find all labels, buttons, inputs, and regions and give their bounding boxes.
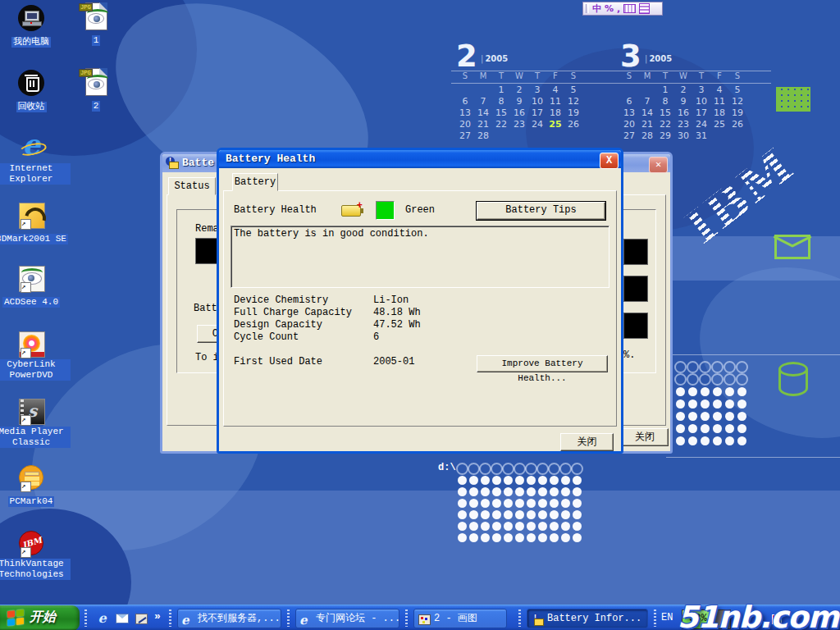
dot xyxy=(561,476,570,485)
thinkvantage-icon xyxy=(17,529,45,557)
dot xyxy=(701,412,710,421)
dot xyxy=(492,476,501,485)
close-window-button[interactable]: ✕ xyxy=(649,157,668,173)
dot xyxy=(699,361,711,373)
calendar-day: 16 xyxy=(510,107,528,119)
desktop-icon-acdsee[interactable]: ACDSee 4.0 xyxy=(0,264,71,308)
desktop-icon-media-player-classic[interactable]: Media Player Classic xyxy=(0,397,71,449)
calendar-day: 27 xyxy=(620,130,638,142)
quicklaunch-internet-explorer-icon[interactable]: e xyxy=(95,611,109,625)
ime-language-bar[interactable]: 中 % , xyxy=(582,2,663,16)
dot xyxy=(573,510,582,519)
taskbar-button-forum[interactable]: e 专门网论坛 - ... xyxy=(295,609,399,628)
ime-punctuation-icon[interactable]: , xyxy=(617,2,620,15)
taskbar-button-battery-information[interactable]: ! Battery Infor... xyxy=(527,609,648,628)
health-status-text: Green xyxy=(405,204,435,216)
icon-label: ACDSee 4.0 xyxy=(2,297,60,308)
envelope-icon xyxy=(774,235,810,259)
desktop-icon-powerdvd[interactable]: CyberLink PowerDVD xyxy=(0,330,71,381)
close-dialog-button[interactable]: X xyxy=(600,153,619,169)
calendar-day: 23 xyxy=(674,119,692,130)
taskbar-button-paint[interactable]: 2 - 画图 xyxy=(413,609,507,628)
desktop-icon-3dmark2001[interactable]: 3DMark2001 SE xyxy=(0,201,71,245)
toolbar-grip[interactable] xyxy=(169,609,171,627)
dot xyxy=(491,463,503,475)
calendar-day: 28 xyxy=(638,130,656,142)
info-label: Device Chemistry xyxy=(234,294,328,306)
acdsee-icon xyxy=(17,264,45,292)
ime-chinese-mode-icon[interactable]: 中 xyxy=(592,2,601,15)
calendar-day: 16 xyxy=(674,107,692,119)
toolbar-grip[interactable] xyxy=(405,609,408,627)
tab-status[interactable]: Status xyxy=(168,177,216,195)
dot xyxy=(573,487,582,496)
desktop-icon-pcmark04[interactable]: PCMark04 xyxy=(0,463,71,508)
calendar-day xyxy=(474,84,492,96)
battery-icon xyxy=(341,205,361,217)
dot xyxy=(469,510,478,519)
dot xyxy=(515,487,524,496)
dot xyxy=(504,499,513,508)
dot xyxy=(458,522,467,531)
dot xyxy=(458,476,467,485)
improve-battery-health-button[interactable]: Improve Battery Health... xyxy=(477,355,608,372)
calendar-day: 23 xyxy=(510,119,528,130)
dot xyxy=(736,361,748,373)
toolbar-grip[interactable] xyxy=(84,609,87,627)
dot xyxy=(561,487,570,496)
dot xyxy=(538,510,547,519)
dot xyxy=(492,487,501,496)
info-label: Full Charge Capacity xyxy=(234,307,352,318)
dot xyxy=(527,510,536,519)
calendar-day-header: W xyxy=(510,71,528,82)
dot xyxy=(724,361,736,373)
internet-explorer-icon: e xyxy=(299,613,313,626)
close-button[interactable]: 关闭 xyxy=(621,428,669,446)
quicklaunch-show-desktop-icon[interactable] xyxy=(135,611,148,625)
dot xyxy=(515,476,524,485)
battery-health-dialog: Battery Health X Battery Battery Health … xyxy=(217,148,623,454)
taskbar-button-server-not-found[interactable]: e 找不到服务器,... xyxy=(177,609,281,628)
desktop-icon-thinkvantage[interactable]: ThinkVantage Technologies xyxy=(0,529,71,581)
dot xyxy=(737,399,746,409)
drive-label: d:\ xyxy=(438,462,456,473)
ime-keyboard-icon[interactable] xyxy=(623,4,636,13)
window-title: Batte xyxy=(182,157,214,169)
battery-health-label: Battery Health xyxy=(234,204,317,216)
ime-menu-icon[interactable] xyxy=(639,3,650,14)
desktop-icon-jpg-1[interactable]: JPG 1 xyxy=(57,2,135,47)
tray-grip[interactable] xyxy=(654,609,656,627)
dot xyxy=(725,424,734,433)
dot xyxy=(527,522,536,531)
dialog-titlebar[interactable]: Battery Health X xyxy=(219,150,621,168)
battery-tips-button[interactable]: Battery Tips xyxy=(477,202,605,220)
desktop-icon-jpg-2[interactable]: JPG 2 xyxy=(57,68,135,112)
quicklaunch-outlook-express-icon[interactable] xyxy=(115,611,129,625)
language-indicator[interactable]: EN xyxy=(661,612,673,623)
quicklaunch-chevron-icon[interactable]: » xyxy=(154,610,161,623)
dot xyxy=(711,373,724,386)
dot xyxy=(469,487,478,496)
calendar-day-header: T xyxy=(656,71,674,82)
info-label: Design Capacity xyxy=(234,319,322,331)
wallpaper-line xyxy=(666,457,840,458)
start-button[interactable]: 开始 xyxy=(0,605,80,630)
drag-grip-icon[interactable] xyxy=(586,4,589,13)
tab-battery[interactable]: Battery xyxy=(232,173,278,191)
desktop-icon-internet-explorer[interactable]: e Internet Explorer xyxy=(0,134,71,185)
dot xyxy=(725,387,734,396)
calendar-day: 3 xyxy=(528,84,546,96)
close-button[interactable]: 关闭 xyxy=(560,433,614,451)
dot xyxy=(711,361,724,373)
toolbar-grip[interactable] xyxy=(287,609,290,627)
shortcut-arrow-icon xyxy=(21,282,31,293)
dot xyxy=(736,373,748,386)
ime-width-mode-icon[interactable]: % xyxy=(605,2,614,15)
toolbar-grip[interactable] xyxy=(518,609,521,627)
desktop: 2 |2005 SMTWTFS 123456789101112131415161… xyxy=(0,0,840,630)
icon-label: CyberLink PowerDVD xyxy=(0,359,71,381)
internet-explorer-icon: e xyxy=(17,134,45,162)
dot xyxy=(458,510,467,519)
dot xyxy=(725,412,734,421)
calendar-day: 12 xyxy=(728,96,746,107)
